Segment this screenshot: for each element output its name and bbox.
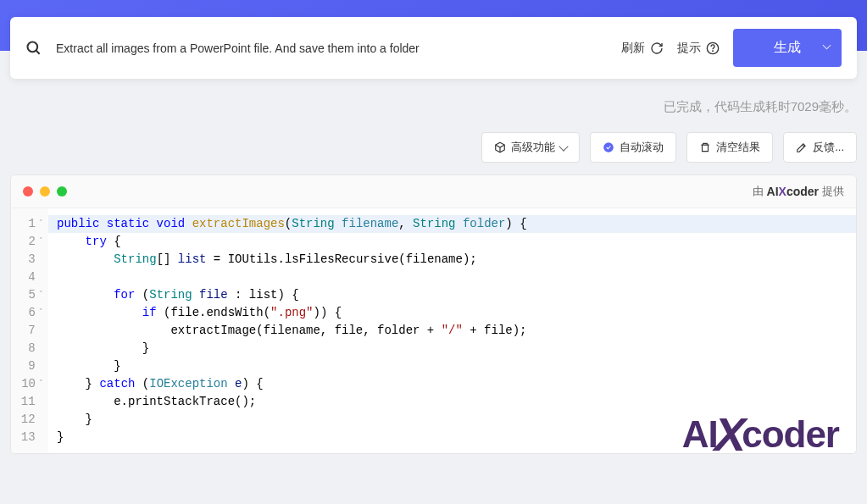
refresh-icon <box>650 42 664 55</box>
generate-button[interactable]: 生成 <box>733 29 842 67</box>
fold-icon[interactable]: ˅ <box>39 304 43 322</box>
code-line[interactable]: extractImage(filename, file, folder + "/… <box>57 322 848 340</box>
fold-icon[interactable]: ˅ <box>39 286 43 304</box>
code-line[interactable] <box>57 269 848 286</box>
line-number: 2˅ <box>11 233 48 251</box>
cube-icon <box>494 141 506 153</box>
clear-label: 清空结果 <box>716 140 760 155</box>
code-line[interactable]: public static void extractImages(String … <box>48 215 856 233</box>
question-icon <box>706 42 720 55</box>
hint-label: 提示 <box>677 41 701 56</box>
feedback-button[interactable]: 反馈... <box>783 132 857 163</box>
line-number: 7 <box>11 322 48 340</box>
code-line[interactable]: try { <box>57 233 848 251</box>
fold-icon[interactable]: ˅ <box>39 233 43 251</box>
toolbar: 高级功能 自动滚动 清空结果 反馈... <box>0 115 867 174</box>
edit-icon <box>796 141 808 153</box>
code-line[interactable]: } <box>57 340 848 357</box>
fold-icon[interactable]: ˅ <box>39 375 43 393</box>
svg-point-3 <box>713 51 714 52</box>
status-text: 已完成，代码生成耗时7029毫秒。 <box>0 79 867 115</box>
generate-label: 生成 <box>774 39 801 57</box>
feedback-label: 反馈... <box>813 140 844 155</box>
code-line[interactable]: } <box>57 357 848 375</box>
window-controls <box>23 186 67 197</box>
line-gutter: 1˅2˅3 4 5˅6˅7 8 9 10˅11 12 13 <box>11 208 48 453</box>
chevron-down-icon <box>559 141 568 151</box>
code-line[interactable]: for (String file : list) { <box>57 286 848 304</box>
hint-button[interactable]: 提示 <box>677 41 720 56</box>
search-bar: 刷新 提示 生成 <box>10 17 857 79</box>
line-number: 11 <box>11 393 48 411</box>
advanced-label: 高级功能 <box>511 140 555 155</box>
search-input[interactable] <box>56 42 621 55</box>
line-number: 3 <box>11 251 48 269</box>
maximize-dot[interactable] <box>57 186 67 197</box>
code-panel: 由 AIXcoder 提供 1˅2˅3 4 5˅6˅7 8 9 10˅11 12… <box>10 174 857 454</box>
code-line[interactable]: if (file.endsWith(".png")) { <box>57 304 848 322</box>
code-line[interactable]: String[] list = IOUtils.lsFilesRecursive… <box>57 251 848 269</box>
line-number: 1˅ <box>11 215 48 233</box>
advanced-button[interactable]: 高级功能 <box>481 132 580 163</box>
code-line[interactable]: } catch (IOException e) { <box>57 375 848 393</box>
line-number: 8 <box>11 340 48 357</box>
powered-by: 由 AIXcoder 提供 <box>753 184 844 199</box>
autoscroll-button[interactable]: 自动滚动 <box>590 132 676 163</box>
fold-icon[interactable]: ˅ <box>39 215 43 233</box>
line-number: 6˅ <box>11 304 48 322</box>
refresh-button[interactable]: 刷新 <box>621 41 664 56</box>
line-number: 9 <box>11 357 48 375</box>
svg-point-4 <box>603 142 614 152</box>
trash-icon <box>699 141 711 153</box>
panel-header: 由 AIXcoder 提供 <box>11 175 856 208</box>
svg-line-1 <box>36 50 40 53</box>
search-icon <box>25 40 42 57</box>
svg-point-0 <box>28 42 38 52</box>
refresh-label: 刷新 <box>621 41 645 56</box>
line-number: 13 <box>11 429 48 446</box>
line-number: 4 <box>11 269 48 286</box>
line-number: 5˅ <box>11 286 48 304</box>
code-area[interactable]: 1˅2˅3 4 5˅6˅7 8 9 10˅11 12 13 public sta… <box>11 208 856 453</box>
autoscroll-label: 自动滚动 <box>620 140 664 155</box>
line-number: 12 <box>11 411 48 429</box>
line-number: 10˅ <box>11 375 48 393</box>
aixcoder-watermark: AIXcoder <box>682 425 839 443</box>
clear-button[interactable]: 清空结果 <box>686 132 773 163</box>
aixcoder-brand-small: AIXcoder <box>767 185 819 198</box>
close-dot[interactable] <box>23 186 33 197</box>
minimize-dot[interactable] <box>40 186 50 197</box>
check-circle-icon <box>603 141 614 153</box>
